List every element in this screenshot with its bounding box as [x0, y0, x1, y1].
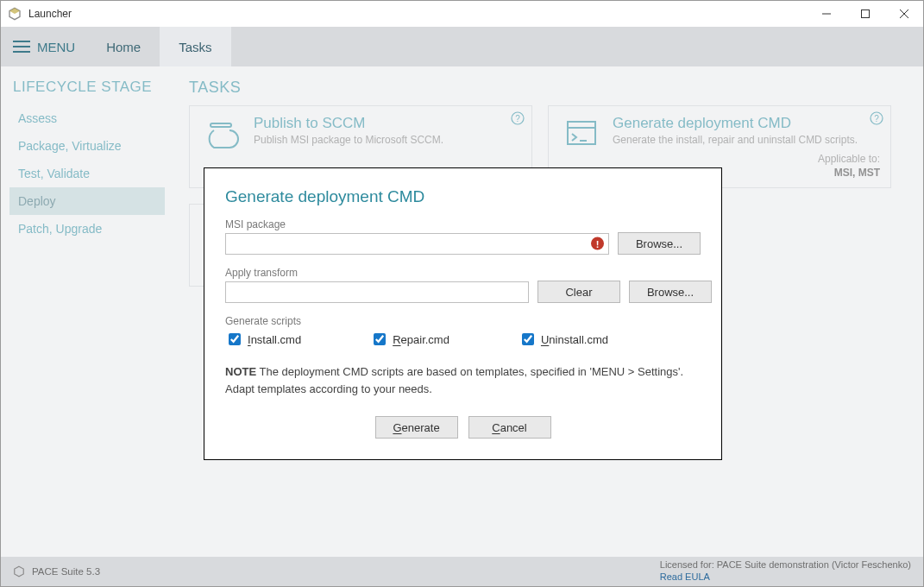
- clear-transform-button[interactable]: Clear: [537, 281, 620, 303]
- browse-msi-button[interactable]: Browse...: [618, 232, 701, 255]
- window-titlebar: Launcher: [1, 1, 923, 27]
- input-msi-package[interactable]: [225, 233, 609, 255]
- modal-generate-cmd: Generate deployment CMD MSI package ! Br…: [204, 167, 722, 460]
- window-title: Launcher: [28, 8, 807, 20]
- footer: PACE Suite 5.3 Licensed for: PACE Suite …: [1, 557, 923, 586]
- svg-marker-11: [15, 566, 24, 577]
- label-generate-scripts: Generate scripts: [225, 315, 701, 327]
- menu-button[interactable]: MENU: [13, 27, 87, 66]
- minimize-button[interactable]: [807, 1, 845, 27]
- sidebar-item-package[interactable]: Package, Virtualize: [9, 132, 165, 160]
- svg-text:?: ?: [515, 114, 520, 123]
- browse-transform-button[interactable]: Browse...: [629, 281, 712, 303]
- checkbox-repair[interactable]: Repair.cmd: [370, 331, 449, 348]
- card-applicable-label: Applicable to:: [818, 153, 880, 165]
- modal-note: NOTE The deployment CMD scripts are base…: [225, 363, 701, 397]
- sidebar: LIFECYCLE STAGE Assess Package, Virtuali…: [1, 66, 173, 557]
- terminal-icon: [564, 117, 599, 151]
- card-title: Generate deployment CMD: [613, 115, 878, 132]
- checkbox-repair-input[interactable]: [374, 333, 386, 345]
- card-applicable-value: MSI, MST: [834, 167, 880, 179]
- hamburger-icon: [13, 41, 30, 53]
- top-menubar: MENU Home Tasks: [1, 27, 923, 66]
- label-msi-package: MSI package: [225, 218, 701, 230]
- generate-button[interactable]: Generate: [375, 416, 458, 439]
- footer-eula-link[interactable]: Read EULA: [660, 571, 710, 582]
- modal-title: Generate deployment CMD: [225, 187, 701, 206]
- input-apply-transform[interactable]: [225, 281, 529, 303]
- warning-icon: !: [591, 237, 604, 250]
- help-icon[interactable]: ?: [511, 111, 525, 125]
- card-desc: Generate the install, repair and uninsta…: [613, 134, 878, 146]
- card-title: Publish to SCCM: [254, 115, 519, 132]
- footer-product: PACE Suite 5.3: [32, 566, 100, 577]
- help-icon[interactable]: ?: [870, 111, 883, 125]
- svg-rect-3: [211, 123, 231, 127]
- footer-licensed: Licensed for: PACE Suite demonstration (…: [660, 559, 911, 571]
- checkbox-install[interactable]: Install.cmd: [225, 331, 301, 348]
- content-heading: TASKS: [189, 79, 908, 97]
- cloud-icon: [205, 117, 240, 151]
- svg-text:?: ?: [874, 114, 879, 123]
- sidebar-item-assess[interactable]: Assess: [9, 104, 165, 132]
- sidebar-item-deploy[interactable]: Deploy: [9, 187, 165, 215]
- tab-home[interactable]: Home: [87, 27, 160, 66]
- label-apply-transform: Apply transform: [225, 267, 701, 279]
- app-logo-icon: [8, 7, 22, 21]
- sidebar-item-patch[interactable]: Patch, Upgrade: [9, 215, 165, 243]
- checkbox-uninstall-input[interactable]: [522, 333, 534, 345]
- close-button[interactable]: [884, 1, 923, 27]
- checkbox-uninstall[interactable]: Uninstall.cmd: [519, 331, 608, 348]
- svg-marker-1: [9, 8, 20, 14]
- sidebar-item-test[interactable]: Test, Validate: [9, 160, 165, 187]
- svg-rect-2: [861, 10, 869, 18]
- maximize-button[interactable]: [845, 1, 884, 27]
- tab-tasks[interactable]: Tasks: [160, 27, 230, 66]
- footer-logo-icon: [13, 565, 25, 578]
- cancel-button[interactable]: Cancel: [468, 416, 551, 439]
- menu-label: MENU: [37, 40, 75, 54]
- window-controls: [807, 1, 923, 27]
- sidebar-heading: LIFECYCLE STAGE: [13, 79, 165, 96]
- checkbox-install-input[interactable]: [229, 333, 241, 345]
- card-desc: Publish MSI package to Microsoft SCCM.: [254, 134, 519, 146]
